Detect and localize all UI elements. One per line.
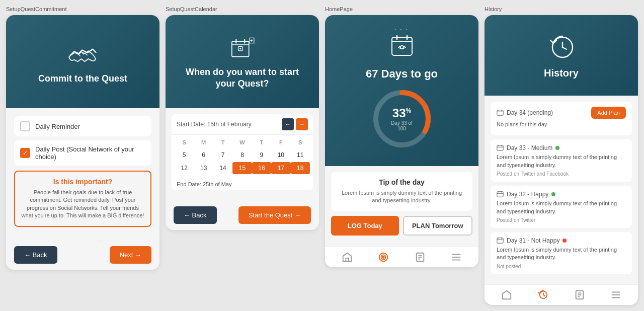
screen2-header: When do you want to start your Quest? [166,15,319,108]
progress-center: 33% Day 33 of 100 [387,106,417,131]
prev-month-button[interactable]: ← [282,118,294,130]
history-icon [546,32,577,62]
screen4-title: History [544,67,579,79]
cal-day-t2: T [252,138,271,147]
add-plan-button[interactable]: Add Plan [591,107,626,119]
tip-box: Tip of the day Lorem Ipsum is simply dum… [331,172,472,211]
svg-rect-7 [392,37,412,55]
important-text: People fail their goals due to lack of t… [21,189,144,220]
calendar-grid: S M T W T F S 5 6 7 8 9 10 [172,135,313,178]
nav-buttons: ← → [282,118,308,130]
cal-cell-8[interactable]: 8 [232,149,252,161]
cal-cell-6[interactable]: 6 [194,149,213,161]
cal-cell-5[interactable]: 5 [175,149,194,161]
cal-cell-15[interactable]: 15 [232,162,252,174]
next-month-button[interactable]: → [296,118,308,130]
screen1-label: SetupQuestCommitment [6,6,159,12]
history-posted-32: Posted on Twitter [497,217,626,223]
nav-home-icon[interactable] [341,251,353,263]
cal-cell-11[interactable]: 11 [291,149,310,161]
cal-cell-14[interactable]: 14 [213,162,232,174]
screen1-btn-row: ← Back Next → [6,240,159,270]
log-today-button[interactable]: LOG Today [331,216,399,236]
history-body-32: Lorem Ipsum is simply dummy text of the … [497,200,626,215]
screen1-back-button[interactable]: ← Back [14,246,57,264]
cal-icon-31 [497,237,504,244]
progress-ring: 33% Day 33 of 100 [372,89,432,149]
daily-post-label: Daily Post (Social Network of your choic… [35,145,145,161]
cal-header-row: S M T W T F S [175,138,310,147]
screen4-header: History [485,15,638,96]
daily-reminder-row: Daily Reminder [14,116,151,136]
history-item-34-header: Day 34 (pending) Add Plan [497,107,626,119]
svg-rect-30 [497,145,503,151]
daily-reminder-label: Daily Reminder [35,123,80,130]
screen4-nav-home-icon[interactable] [501,289,513,301]
cal-cell-9[interactable]: 9 [252,149,271,161]
screen4-nav-history-icon[interactable] [537,289,549,301]
screen1-header: Commit to the Quest [6,15,159,108]
cal-icon-33 [497,144,504,151]
plan-tomorrow-button[interactable]: PLAN Tomorrow [403,216,473,236]
date-nav: Start Date: 15th of February ← → [172,114,313,135]
screen1-next-button[interactable]: Next → [110,246,151,264]
handshake-icon [65,40,101,67]
status-dot-33 [555,146,559,150]
cal-cell-13[interactable]: 13 [194,162,213,174]
screen4-body: Day 34 (pending) Add Plan No plans for t… [485,96,638,284]
screen3-wrapper: HomePage · · · 67 Days to go 33% [325,6,478,267]
history-item-32: Day 32 - Happy Lorem Ipsum is simply dum… [491,186,632,228]
screen1: Commit to the Quest Daily Reminder Daily… [6,15,159,270]
end-date-label: End Date: 25th of May [172,178,313,190]
nav-menu-icon[interactable] [450,251,462,263]
screen4-nav-menu-icon[interactable] [610,289,622,301]
cal-cell-7[interactable]: 7 [213,149,232,161]
cal-cell-10[interactable]: 10 [271,149,290,161]
svg-rect-14 [346,258,349,261]
history-posted-33: Posted on Twitter and Facebook [497,171,626,177]
cal-day-f: F [271,138,290,147]
screen1-wrapper: SetupQuestCommitment Commit to the Quest… [6,6,159,270]
start-date-label: Start Date: 15th of February [177,121,252,128]
cal-day-s2: S [291,138,310,147]
daily-post-toggle[interactable] [20,148,30,158]
cal-cell-17[interactable]: 17 [271,162,290,174]
cal-day-t1: T [213,138,232,147]
svg-rect-34 [497,192,503,197]
cal-cell-16[interactable]: 16 [252,162,271,174]
svg-point-17 [383,256,385,258]
history-posted-31: Not posted [497,264,626,269]
history-body-31: Lorem Ipsum is simply dummy text of the … [497,246,626,262]
history-day-34-label: Day 34 (pending) [497,109,553,116]
screen2-label: SetupQuestCalendar [166,6,319,12]
history-item-33: Day 33 - Medium Lorem Ipsum is simply du… [491,139,632,182]
screen2: When do you want to start your Quest? St… [166,15,319,230]
screen4-nav-notes-icon[interactable] [574,289,586,301]
cal-cell-18[interactable]: 18 [291,162,310,174]
svg-rect-26 [497,110,503,116]
cal-icon-34 [497,109,504,116]
history-body-34: No plans for this day. [497,121,626,128]
screen3-body: Tip of the day Lorem Ipsum is simply dum… [325,166,478,247]
svg-point-11 [400,46,404,49]
history-item-31: Day 31 - Not Happy Lorem Ipsum is simply… [491,232,632,274]
cal-day-m: M [194,138,213,147]
action-buttons: LOG Today PLAN Tomorrow [331,216,472,236]
screen3-bottom-nav [325,247,478,267]
tip-text: Lorem Ipsum is simply dummy text of the … [337,189,466,205]
screen3-header: · · · 67 Days to go 33% Da [325,15,478,166]
nav-notes-icon[interactable] [414,251,426,263]
important-box: Is this important? People fail their goa… [14,171,151,227]
nav-target-icon[interactable] [377,251,389,263]
screen2-back-button[interactable]: ← Back [174,206,217,224]
daily-reminder-toggle[interactable] [20,121,30,131]
screen4-bottom-nav [485,284,638,305]
progress-sub: Day 33 of 100 [387,120,417,131]
cal-row-1: 5 6 7 8 9 10 11 [175,149,310,161]
screen4-wrapper: History History Day 34 (pending) Add Pla… [485,6,638,305]
history-day-33-label: Day 33 - Medium [497,144,559,151]
history-day-31-label: Day 31 - Not Happy [497,237,567,244]
screen2-start-button[interactable]: Start the Quest → [238,206,311,224]
cal-cell-12[interactable]: 12 [175,162,194,174]
cal-day-s1: S [175,138,194,147]
